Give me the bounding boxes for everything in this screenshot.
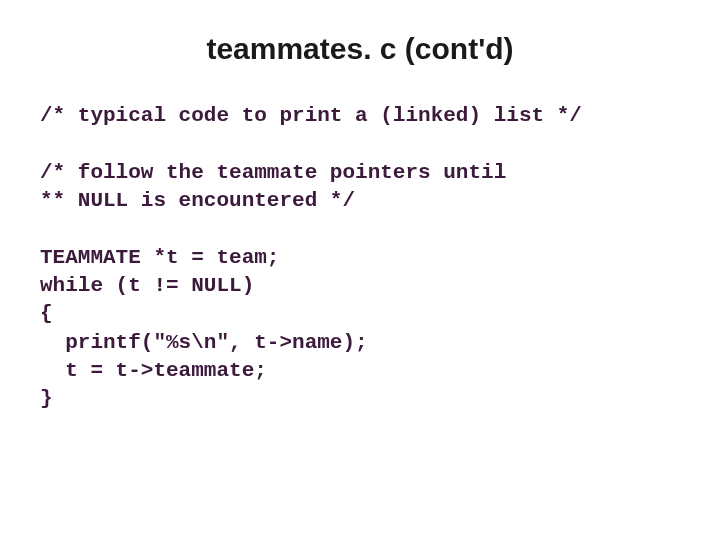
code-line: /* typical code to print a (linked) list… [40,104,582,127]
code-line: printf("%s\n", t->name); [40,331,368,354]
code-line: ** NULL is encountered */ [40,189,355,212]
code-block: /* typical code to print a (linked) list… [40,102,680,414]
code-line: { [40,302,53,325]
code-line: t = t->teammate; [40,359,267,382]
code-line: TEAMMATE *t = team; [40,246,279,269]
code-line: /* follow the teammate pointers until [40,161,506,184]
code-line: } [40,387,53,410]
code-line: while (t != NULL) [40,274,254,297]
slide-title: teammates. c (cont'd) [40,32,680,66]
slide: teammates. c (cont'd) /* typical code to… [0,0,720,540]
